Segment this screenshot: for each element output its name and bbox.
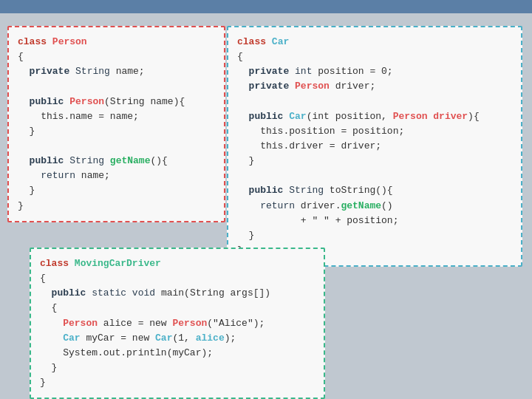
car-class-code: class Car { private int position = 0; pr… [237,35,512,258]
moving-class-code: class MovingCarDriver { public static vo… [40,256,315,390]
top-bar [0,0,532,13]
car-class-box: class Car { private int position = 0; pr… [227,26,522,267]
person-class-code: class Person { private String name; publ… [18,35,215,214]
person-class-box: class Person { private String name; publ… [7,26,225,222]
moving-class-box: class MovingCarDriver { public static vo… [30,248,325,399]
